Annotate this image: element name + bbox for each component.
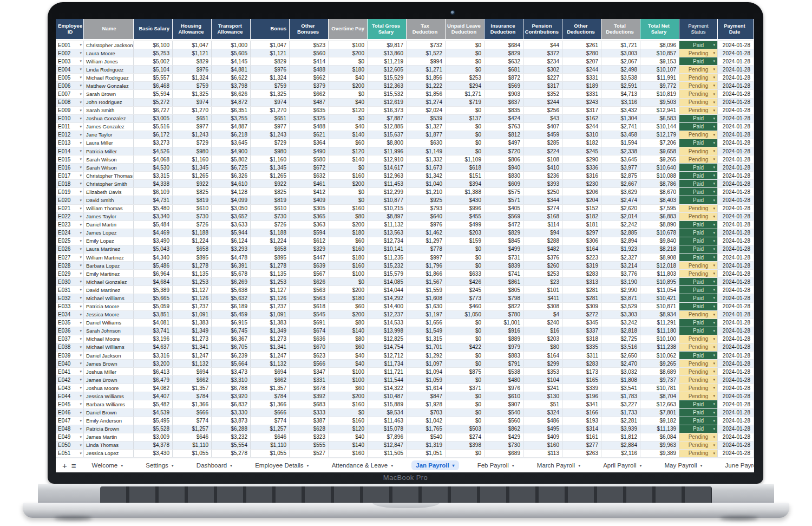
value-cell[interactable]: $3,242 — [601, 319, 640, 327]
value-cell[interactable]: $424 — [484, 115, 523, 122]
value-cell[interactable]: $0 — [446, 123, 484, 131]
value-cell[interactable]: $60 — [329, 343, 368, 351]
value-cell[interactable]: $1,866 — [407, 270, 446, 277]
value-cell[interactable]: $1,097 — [407, 360, 446, 367]
value-cell[interactable]: $1,549 — [407, 327, 446, 335]
value-cell[interactable]: $15,579 — [368, 270, 407, 277]
value-cell[interactable]: $6,326 — [212, 172, 251, 179]
chevron-down-icon[interactable]: ▾ — [80, 223, 82, 227]
value-cell[interactable]: $0 — [329, 90, 368, 98]
value-cell[interactable]: $412 — [290, 188, 329, 196]
value-cell[interactable]: $2,884 — [601, 441, 640, 449]
value-cell[interactable]: $632 — [484, 57, 523, 65]
employee-name-cell[interactable]: Patricia Moore — [84, 303, 134, 310]
value-cell[interactable]: $1,224 — [251, 237, 290, 245]
employee-name-cell[interactable]: Daniel Williams — [84, 319, 134, 327]
value-cell[interactable]: $0 — [446, 400, 484, 408]
value-cell[interactable]: $847 — [407, 392, 446, 400]
value-cell[interactable]: $200 — [329, 49, 368, 57]
value-cell[interactable]: $6,727 — [134, 107, 173, 114]
payment-status-cell[interactable]: Paid ▾ — [679, 400, 718, 408]
payment-status-cell[interactable]: Pending ▾ — [679, 131, 718, 139]
employee-id-cell[interactable]: E019 ▾ — [56, 188, 84, 196]
value-cell[interactable]: $1,121 — [173, 49, 212, 57]
value-cell[interactable]: $1,388 — [446, 188, 484, 196]
value-cell[interactable]: $681 — [484, 66, 523, 73]
value-cell[interactable]: $1,257 — [173, 425, 212, 433]
payment-status-cell[interactable]: Paid ▾ — [679, 254, 718, 261]
value-cell[interactable]: $2,741 — [601, 123, 640, 131]
value-cell[interactable]: $662 — [251, 376, 290, 384]
employee-name-cell[interactable]: David Smith — [84, 196, 134, 204]
value-cell[interactable]: $51 — [523, 400, 562, 408]
employee-id-cell[interactable]: E029 ▾ — [56, 270, 84, 277]
value-cell[interactable]: $1,126 — [251, 294, 290, 302]
value-cell[interactable]: $4,610 — [212, 180, 251, 187]
value-cell[interactable]: $1,270 — [251, 107, 290, 114]
employee-name-cell[interactable]: William Thomas — [84, 205, 134, 212]
value-cell[interactable]: $5,557 — [134, 74, 173, 81]
value-cell[interactable]: $4,526 — [134, 147, 173, 155]
value-cell[interactable]: $5,495 — [134, 417, 173, 425]
value-cell[interactable]: $3,458 — [601, 131, 640, 139]
value-cell[interactable]: $646 — [173, 433, 212, 441]
value-cell[interactable]: $1,273 — [173, 335, 212, 343]
value-cell[interactable]: $594 — [290, 229, 329, 237]
value-cell[interactable]: $196 — [562, 392, 601, 400]
chevron-down-icon[interactable]: ▾ — [80, 239, 82, 243]
payment-status-cell[interactable]: Pending ▾ — [679, 311, 718, 319]
value-cell[interactable]: $2,014 — [601, 213, 640, 220]
value-cell[interactable]: $180 — [329, 254, 368, 261]
value-cell[interactable]: $472 — [484, 221, 523, 229]
value-cell[interactable]: $227 — [523, 74, 562, 81]
employee-id-cell[interactable]: E015 ▾ — [56, 155, 84, 163]
value-cell[interactable]: $1,877 — [407, 131, 446, 139]
value-cell[interactable]: $730 — [173, 213, 212, 220]
value-cell[interactable]: $683 — [290, 400, 329, 408]
chevron-down-icon[interactable]: ▾ — [80, 313, 82, 317]
value-cell[interactable]: $0 — [446, 49, 484, 57]
value-cell[interactable]: $10,895 — [640, 278, 679, 285]
employee-name-cell[interactable]: Emily Lopez — [84, 237, 134, 245]
value-cell[interactable]: $100 — [329, 376, 368, 384]
value-cell[interactable]: $160 — [329, 450, 368, 457]
payment-date-cell[interactable]: 2024-01-28 — [718, 164, 754, 171]
column-header-transport-allowance[interactable]: Transport Allowance — [212, 19, 251, 39]
employee-name-cell[interactable]: Sarah Wilson — [84, 155, 134, 163]
employee-name-cell[interactable]: James Gonzalez — [84, 123, 134, 131]
payment-date-cell[interactable]: 2024-01-28 — [718, 450, 754, 457]
value-cell[interactable]: $11,235 — [368, 254, 407, 261]
chevron-down-icon[interactable]: ▾ — [80, 369, 82, 374]
chevron-down-icon[interactable]: ▾ — [80, 255, 82, 259]
payment-status-cell[interactable]: Pending ▾ — [679, 213, 718, 220]
chevron-down-icon[interactable]: ▾ — [80, 215, 82, 219]
value-cell[interactable]: $9,772 — [640, 82, 679, 89]
value-cell[interactable]: $0 — [329, 188, 368, 196]
employee-name-cell[interactable]: Linda Rodriguez — [84, 66, 134, 73]
value-cell[interactable]: $114 — [523, 221, 562, 229]
payment-status-cell[interactable]: Paid ▾ — [679, 164, 718, 171]
value-cell[interactable]: $9,658 — [640, 147, 679, 155]
value-cell[interactable]: $1,127 — [251, 286, 290, 294]
value-cell[interactable]: $1,345 — [251, 164, 290, 171]
employee-id-cell[interactable]: E016 ▾ — [56, 164, 84, 171]
payment-date-cell[interactable]: 2024-01-28 — [718, 221, 754, 229]
value-cell[interactable]: $1,796 — [407, 262, 446, 269]
value-cell[interactable]: $569 — [484, 82, 523, 89]
value-cell[interactable]: $80 — [523, 343, 562, 351]
employee-name-cell[interactable]: William Jones — [84, 57, 134, 65]
value-cell[interactable]: $940 — [484, 164, 523, 171]
sheet-tab-june-payroll[interactable]: June Payroll▾ — [721, 460, 754, 470]
value-cell[interactable]: $567 — [290, 270, 329, 277]
employee-name-cell[interactable]: Patricia Miller — [84, 147, 134, 155]
payment-status-cell[interactable]: Pending ▾ — [679, 376, 718, 384]
value-cell[interactable]: $1,188 — [173, 229, 212, 237]
value-cell[interactable]: $372 — [523, 49, 562, 57]
value-cell[interactable]: $324 — [523, 409, 562, 417]
employee-id-cell[interactable]: E045 ▾ — [56, 400, 84, 408]
value-cell[interactable]: $345 — [562, 319, 601, 327]
chevron-down-icon[interactable]: ▾ — [80, 435, 82, 439]
value-cell[interactable]: $12,018 — [640, 262, 679, 269]
value-cell[interactable]: $839 — [484, 262, 523, 269]
value-cell[interactable]: $2,281 — [601, 417, 640, 425]
